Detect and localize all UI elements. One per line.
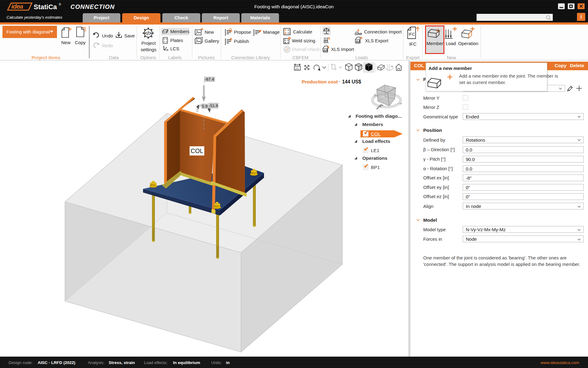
svg-text:-51.6: -51.6 xyxy=(209,103,218,108)
svg-text:idea: idea xyxy=(11,3,23,10)
svg-text:CONNECTION: CONNECTION xyxy=(70,3,115,10)
svg-text:5.9: 5.9 xyxy=(202,104,208,109)
svg-text:COL: COL xyxy=(190,148,203,154)
svg-text:+Z: +Z xyxy=(389,86,392,89)
svg-text:-: - xyxy=(338,79,340,84)
svg-text:144 US$: 144 US$ xyxy=(342,79,361,84)
svg-text:IFC: IFC xyxy=(409,32,415,36)
svg-text:Production cost: Production cost xyxy=(302,79,338,84)
svg-text:XLS: XLS xyxy=(356,40,360,43)
svg-text:</>: </> xyxy=(145,31,152,36)
svg-text:+Y: +Y xyxy=(381,96,385,99)
svg-text:XLS: XLS xyxy=(323,49,328,52)
svg-text:®: ® xyxy=(59,3,61,6)
svg-text:-67.4: -67.4 xyxy=(205,77,214,82)
svg-text:StatiCa: StatiCa xyxy=(34,3,57,11)
